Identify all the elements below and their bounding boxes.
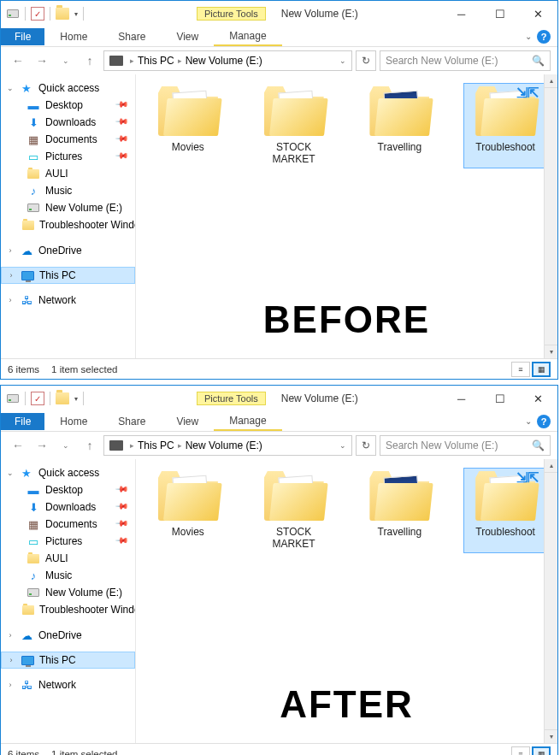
minimize-button[interactable]: ─ bbox=[442, 2, 480, 26]
close-button[interactable]: ✕ bbox=[519, 386, 557, 410]
maximize-button[interactable]: ☐ bbox=[480, 386, 519, 410]
view-details-button[interactable]: ≡ bbox=[511, 362, 530, 377]
address-bar[interactable]: ▸ This PC ▸ New Volume (E:) ⌄ bbox=[103, 435, 352, 456]
view-icons-button[interactable]: ▦ bbox=[532, 746, 551, 756]
sidebar-item-pictures[interactable]: ▸▭Pictures📌 bbox=[1, 533, 135, 550]
expand-icon[interactable]: › bbox=[7, 271, 15, 280]
sidebar-onedrive[interactable]: ›☁OneDrive bbox=[1, 242, 135, 259]
breadcrumb-root[interactable]: This PC bbox=[138, 439, 174, 451]
expand-icon[interactable]: ⌄ bbox=[6, 469, 15, 477]
sidebar-item-troubleshooter[interactable]: ▸Troubleshooter Windows bbox=[1, 216, 135, 233]
home-tab[interactable]: Home bbox=[44, 28, 103, 45]
help-icon[interactable]: ? bbox=[537, 30, 551, 44]
folder-stock-market[interactable]: STOCK MARKET bbox=[252, 468, 336, 553]
folder-movies[interactable]: Movies bbox=[146, 468, 230, 553]
breadcrumb-sep-icon[interactable]: ▸ bbox=[128, 441, 136, 450]
forward-button[interactable]: → bbox=[32, 435, 52, 456]
sidebar-item-troubleshooter[interactable]: ▸Troubleshooter Windows bbox=[1, 601, 135, 618]
folder-icon[interactable] bbox=[56, 392, 69, 405]
help-icon[interactable]: ? bbox=[537, 415, 551, 428]
minimize-button[interactable]: ─ bbox=[442, 386, 480, 410]
folder-icon[interactable] bbox=[56, 7, 69, 21]
close-button[interactable]: ✕ bbox=[519, 2, 557, 26]
sidebar-item-music[interactable]: ▸♪Music bbox=[1, 182, 135, 199]
sidebar-item-new-volume[interactable]: ▸New Volume (E:) bbox=[1, 584, 135, 601]
folder-troubleshoot[interactable]: ⇲⇱ Troubleshoot bbox=[463, 468, 547, 553]
breadcrumb-root[interactable]: This PC bbox=[138, 55, 174, 67]
folder-travelling[interactable]: Travelling bbox=[358, 83, 442, 168]
view-icons-button[interactable]: ▦ bbox=[532, 362, 551, 377]
search-input[interactable] bbox=[386, 439, 532, 451]
qat-dropdown-icon[interactable]: ▾ bbox=[74, 10, 78, 18]
expand-icon[interactable]: › bbox=[6, 631, 15, 640]
home-tab[interactable]: Home bbox=[44, 413, 103, 430]
sidebar-onedrive[interactable]: ›☁OneDrive bbox=[1, 627, 135, 644]
breadcrumb-sep-icon[interactable]: ▸ bbox=[176, 441, 184, 450]
view-tab[interactable]: View bbox=[161, 28, 214, 45]
address-dropdown-icon[interactable]: ⌄ bbox=[336, 56, 350, 65]
expand-icon[interactable]: › bbox=[7, 656, 15, 664]
manage-tab[interactable]: Manage bbox=[214, 412, 281, 431]
share-tab[interactable]: Share bbox=[103, 413, 161, 430]
refresh-button[interactable]: ↻ bbox=[356, 50, 376, 71]
sidebar-this-pc[interactable]: ›This PC bbox=[1, 652, 135, 669]
scroll-up-icon[interactable]: ▴ bbox=[545, 74, 557, 88]
breadcrumb-sep-icon[interactable]: ▸ bbox=[128, 56, 136, 65]
sidebar-item-new-volume[interactable]: ▸New Volume (E:) bbox=[1, 199, 135, 216]
sidebar-item-auli[interactable]: ▸AULI bbox=[1, 165, 135, 182]
sidebar-item-downloads[interactable]: ▸⬇Downloads📌 bbox=[1, 114, 135, 131]
scroll-down-icon[interactable]: ▾ bbox=[545, 345, 557, 358]
expand-icon[interactable]: › bbox=[6, 681, 15, 689]
checkbox-icon[interactable]: ✓ bbox=[31, 7, 44, 21]
file-tab[interactable]: File bbox=[1, 28, 44, 45]
back-button[interactable]: ← bbox=[8, 435, 28, 456]
scrollbar[interactable]: ▴ ▾ bbox=[544, 459, 557, 743]
search-input[interactable] bbox=[386, 55, 532, 67]
breadcrumb-current[interactable]: New Volume (E:) bbox=[186, 55, 262, 67]
maximize-button[interactable]: ☐ bbox=[480, 2, 519, 26]
sidebar-this-pc[interactable]: ›This PC bbox=[1, 267, 135, 284]
content-pane[interactable]: Movies STOCK MARKET Travelling ⇲⇱ Troubl… bbox=[136, 459, 557, 743]
recent-dropdown-icon[interactable]: ⌄ bbox=[56, 435, 76, 456]
qat-dropdown-icon[interactable]: ▾ bbox=[74, 395, 78, 403]
refresh-button[interactable]: ↻ bbox=[356, 435, 376, 456]
sidebar-network[interactable]: ›🖧Network bbox=[1, 676, 135, 693]
scroll-down-icon[interactable]: ▾ bbox=[545, 729, 557, 743]
search-box[interactable]: 🔍 bbox=[380, 50, 551, 71]
expand-icon[interactable]: ⌄ bbox=[6, 84, 15, 92]
forward-button[interactable]: → bbox=[32, 50, 52, 71]
folder-troubleshoot[interactable]: ⇲⇱ Troubleshoot bbox=[463, 83, 547, 168]
address-dropdown-icon[interactable]: ⌄ bbox=[336, 441, 350, 450]
folder-stock-market[interactable]: STOCK MARKET bbox=[252, 83, 336, 168]
file-tab[interactable]: File bbox=[1, 413, 44, 430]
checkbox-icon[interactable]: ✓ bbox=[31, 392, 44, 405]
expand-icon[interactable]: › bbox=[6, 246, 15, 255]
sidebar-item-desktop[interactable]: ▸▬Desktop📌 bbox=[1, 481, 135, 498]
up-button[interactable]: ↑ bbox=[80, 435, 100, 456]
ribbon-expand-icon[interactable]: ⌄ bbox=[525, 416, 532, 426]
folder-movies[interactable]: Movies bbox=[146, 83, 230, 168]
expand-icon[interactable]: › bbox=[6, 296, 15, 304]
sidebar-network[interactable]: ›🖧Network bbox=[1, 292, 135, 309]
sidebar-item-documents[interactable]: ▸▦Documents📌 bbox=[1, 516, 135, 533]
address-bar[interactable]: ▸ This PC ▸ New Volume (E:) ⌄ bbox=[103, 50, 352, 71]
sidebar-item-downloads[interactable]: ▸⬇Downloads📌 bbox=[1, 498, 135, 516]
sidebar-item-auli[interactable]: ▸AULI bbox=[1, 550, 135, 567]
search-box[interactable]: 🔍 bbox=[380, 435, 551, 456]
view-tab[interactable]: View bbox=[161, 413, 214, 430]
ribbon-expand-icon[interactable]: ⌄ bbox=[525, 32, 532, 41]
content-pane[interactable]: Movies STOCK MARKET Travelling ⇲⇱ Troubl… bbox=[136, 74, 557, 358]
sidebar-quick-access[interactable]: ⌄ ★ Quick access bbox=[1, 80, 135, 97]
back-button[interactable]: ← bbox=[8, 50, 28, 71]
sidebar-item-music[interactable]: ▸♪Music bbox=[1, 567, 135, 584]
recent-dropdown-icon[interactable]: ⌄ bbox=[56, 50, 76, 71]
sidebar-item-pictures[interactable]: ▸▭Pictures📌 bbox=[1, 148, 135, 165]
breadcrumb-sep-icon[interactable]: ▸ bbox=[176, 56, 184, 65]
breadcrumb-current[interactable]: New Volume (E:) bbox=[186, 439, 262, 451]
share-tab[interactable]: Share bbox=[103, 28, 161, 45]
manage-tab[interactable]: Manage bbox=[214, 27, 281, 46]
up-button[interactable]: ↑ bbox=[80, 50, 100, 71]
view-details-button[interactable]: ≡ bbox=[511, 746, 530, 756]
sidebar-item-desktop[interactable]: ▸▬Desktop📌 bbox=[1, 97, 135, 114]
folder-travelling[interactable]: Travelling bbox=[358, 468, 442, 553]
